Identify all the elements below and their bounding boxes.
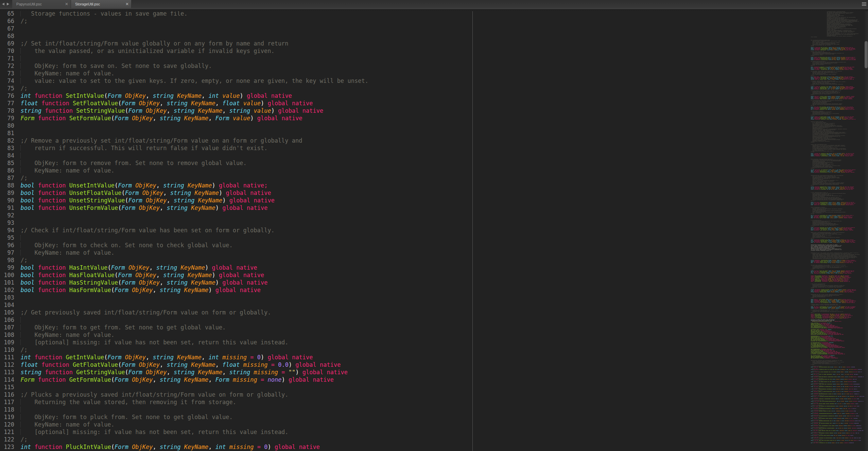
line-number: 91 (0, 204, 14, 212)
code-line-85[interactable]: 85 ObjKey: form to remove from. Set none… (0, 159, 868, 167)
line-number: 113 (0, 368, 14, 376)
code-line-109[interactable]: 109 [optional] missing: if value has not… (0, 339, 868, 346)
line-number: 103 (0, 294, 14, 301)
indent-guide (20, 407, 21, 412)
code-line-121[interactable]: 121 [optional] missing: if value has not… (0, 428, 868, 436)
indent-guide (20, 399, 21, 405)
line-number: 67 (0, 25, 14, 32)
tab-overflow-menu-icon[interactable] (862, 2, 866, 6)
indent-guide (20, 340, 21, 345)
code-line-99[interactable]: 99bool function HasIntValue(Form ObjKey,… (0, 264, 868, 271)
code-line-105[interactable]: 105;/ Get previously saved int/float/str… (0, 309, 868, 316)
minimap[interactable] (808, 9, 866, 451)
line-number: 112 (0, 361, 14, 368)
code-line-72[interactable]: 72 ObjKey: form to save on. Set none to … (0, 62, 868, 70)
code-line-80[interactable]: 80 (0, 122, 868, 129)
code-line-98[interactable]: 98/; (0, 256, 868, 264)
code-line-88[interactable]: 88bool function UnsetIntValue(Form ObjKe… (0, 182, 868, 189)
indent-guide (20, 168, 21, 173)
code-line-69[interactable]: 69;/ Set int/float/string/Form value glo… (0, 40, 868, 47)
code-line-120[interactable]: 120 KeyName: name of value. (0, 421, 868, 428)
code-line-87[interactable]: 87/; (0, 174, 868, 182)
code-line-116[interactable]: 116;/ Plucks a previously saved int/floa… (0, 391, 868, 398)
code-line-67[interactable]: 67 (0, 25, 868, 32)
scrollbar-track[interactable] (864, 9, 868, 451)
code-line-100[interactable]: 100bool function HasFloatValue(Form ObjK… (0, 271, 868, 279)
line-number: 108 (0, 331, 14, 339)
line-number: 111 (0, 354, 14, 361)
code-line-68[interactable]: 68 (0, 32, 868, 40)
line-number: 100 (0, 271, 14, 279)
code-line-73[interactable]: 73 KeyName: name of value. (0, 70, 868, 77)
code-line-108[interactable]: 108 KeyName: name of value. (0, 331, 868, 339)
tab-storageutil-label: StorageUtil.psc (75, 0, 100, 8)
code-line-91[interactable]: 91bool function UnsetFormValue(Form ObjK… (0, 204, 868, 212)
code-line-123[interactable]: 123int function PluckIntValue(Form ObjKe… (0, 443, 868, 451)
tab-papyrusutil[interactable]: PapyrusUtil.psc ✕ (12, 0, 71, 8)
code-editor[interactable]: 65 Storage functions - values in save ga… (0, 10, 868, 451)
code-line-122[interactable]: 122/; (0, 436, 868, 443)
nav-back-icon[interactable] (2, 3, 4, 5)
code-line-84[interactable]: 84 (0, 152, 868, 159)
code-line-112[interactable]: 112float function GetFloatValue(Form Obj… (0, 361, 868, 368)
indent-guide (20, 429, 21, 435)
code-line-118[interactable]: 118 (0, 406, 868, 413)
indent-guide (20, 63, 21, 69)
code-line-89[interactable]: 89bool function UnsetFloatValue(Form Obj… (0, 189, 868, 197)
line-number: 90 (0, 197, 14, 204)
code-line-104[interactable]: 104 (0, 301, 868, 309)
code-line-71[interactable]: 71 (0, 55, 868, 62)
line-number: 73 (0, 70, 14, 77)
tab-papyrusutil-close-icon[interactable]: ✕ (65, 0, 68, 8)
code-line-93[interactable]: 93 (0, 219, 868, 227)
code-line-82[interactable]: 82;/ Remove a previously set int/float/s… (0, 137, 868, 144)
tab-storageutil[interactable]: StorageUtil.psc ✕ (71, 0, 132, 8)
line-number: 109 (0, 339, 14, 346)
code-line-86[interactable]: 86 KeyName: name of value. (0, 167, 868, 174)
code-line-70[interactable]: 70 the value passed, or as uninitialized… (0, 47, 868, 55)
code-line-76[interactable]: 76int function SetIntValue(Form ObjKey, … (0, 92, 868, 100)
line-number: 122 (0, 436, 14, 443)
code-line-81[interactable]: 81 (0, 129, 868, 137)
code-line-111[interactable]: 111int function GetIntValue(Form ObjKey,… (0, 354, 868, 361)
code-line-66[interactable]: 66/; (0, 17, 868, 25)
code-line-65[interactable]: 65 Storage functions - values in save ga… (0, 10, 868, 17)
code-line-119[interactable]: 119 ObjKey: form to pluck from. Set none… (0, 413, 868, 421)
code-line-96[interactable]: 96 ObjKey: form to check on. Set none to… (0, 241, 868, 249)
line-number: 106 (0, 316, 14, 324)
line-number: 96 (0, 241, 14, 249)
nav-forward-icon[interactable] (7, 3, 9, 5)
code-line-102[interactable]: 102bool function HasFormValue(Form ObjKe… (0, 286, 868, 294)
code-line-101[interactable]: 101bool function HasStringValue(Form Obj… (0, 279, 868, 286)
tab-bar: PapyrusUtil.psc ✕ StorageUtil.psc ✕ (0, 0, 868, 8)
line-number: 79 (0, 114, 14, 122)
code-line-110[interactable]: 110/; (0, 346, 868, 354)
code-line-77[interactable]: 77float function SetFloatValue(Form ObjK… (0, 100, 868, 107)
code-line-94[interactable]: 94;/ Check if int/float/string/Form valu… (0, 227, 868, 234)
code-line-79[interactable]: 79Form function SetFormValue(Form ObjKey… (0, 114, 868, 122)
code-line-92[interactable]: 92 (0, 212, 868, 219)
code-line-113[interactable]: 113string function GetStringValue(Form O… (0, 368, 868, 376)
code-line-97[interactable]: 97 KeyName: name of value. (0, 249, 868, 256)
code-line-107[interactable]: 107 ObjKey: form to get from. Set none t… (0, 324, 868, 331)
code-line-83[interactable]: 83 return if successful. This will retur… (0, 144, 868, 152)
line-number: 87 (0, 174, 14, 182)
code-line-106[interactable]: 106 (0, 316, 868, 324)
code-line-114[interactable]: 114Form function GetFormValue(Form ObjKe… (0, 376, 868, 383)
indent-guide (20, 422, 21, 427)
code-line-74[interactable]: 74 value: value to set to the given keys… (0, 77, 868, 85)
indent-guide (20, 160, 21, 166)
line-number: 84 (0, 152, 14, 159)
line-number: 85 (0, 159, 14, 167)
code-line-115[interactable]: 115 (0, 383, 868, 391)
tab-papyrusutil-label: PapyrusUtil.psc (16, 0, 42, 8)
code-line-90[interactable]: 90bool function UnsetStringValue(Form Ob… (0, 197, 868, 204)
code-line-95[interactable]: 95 (0, 234, 868, 241)
code-line-75[interactable]: 75/; (0, 85, 868, 92)
code-line-103[interactable]: 103 (0, 294, 868, 301)
code-line-78[interactable]: 78string function SetStringValue(Form Ob… (0, 107, 868, 114)
scrollbar-thumb[interactable] (865, 41, 868, 68)
tab-storageutil-close-icon[interactable]: ✕ (125, 0, 129, 8)
line-number: 123 (0, 443, 14, 451)
code-line-117[interactable]: 117 Returning the value stored, then rem… (0, 398, 868, 406)
